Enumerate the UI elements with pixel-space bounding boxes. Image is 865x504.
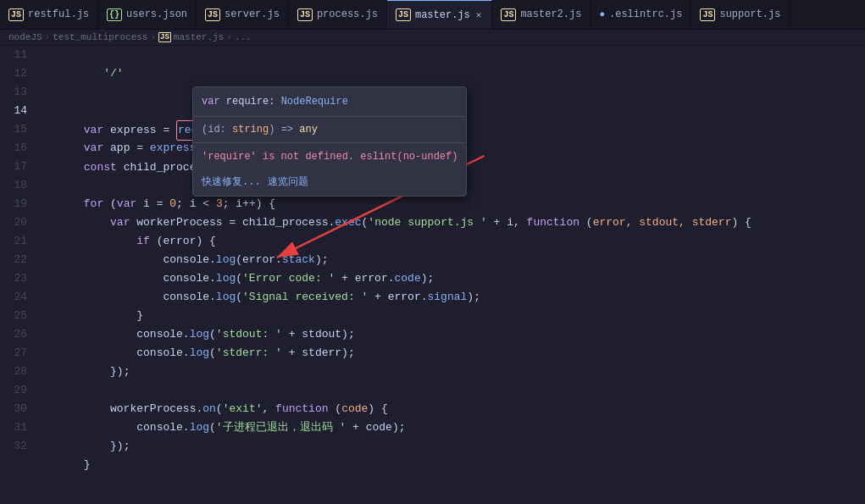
json-icon: {} <box>107 8 122 21</box>
code-line-11: '/' <box>44 46 865 64</box>
breadcrumb-sep: › <box>150 32 156 42</box>
tab-label: server.js <box>225 8 280 20</box>
tab-process[interactable]: JS process.js <box>289 0 387 29</box>
breadcrumb: nodeJS › test_multiprocess › JS master.j… <box>0 30 865 46</box>
tab-label: restful.js <box>28 8 89 20</box>
tab-restful[interactable]: JS restful.js <box>0 0 98 29</box>
code-line-20: if (error) { <box>44 213 865 232</box>
js-icon: JS <box>700 8 715 21</box>
tab-label: support.js <box>719 8 780 20</box>
code-line-23: console.log('Signal received: ' + error.… <box>44 269 865 288</box>
code-line-21: console.log(error.stack); <box>44 232 865 251</box>
code-line-26: console.log('stderr: ' + stderr); <box>44 325 865 344</box>
js-icon: JS <box>501 8 516 21</box>
code-line-28 <box>44 363 865 381</box>
code-line-12 <box>44 64 865 83</box>
breadcrumb-sep: › <box>226 32 232 42</box>
breadcrumb-sep: › <box>45 32 51 42</box>
tab-label: users.json <box>126 8 187 20</box>
breadcrumb-ellipsis: ... <box>235 32 252 42</box>
tab-bar: JS restful.js {} users.json JS server.js… <box>0 0 865 30</box>
line-numbers: 11 12 13 14 15 16 17 18 19 20 21 22 23 2… <box>0 46 36 501</box>
peek-problem-action[interactable]: 速览问题 <box>268 173 308 191</box>
breadcrumb-node: nodeJS <box>8 32 42 42</box>
tooltip-actions: 快速修复... 速览问题 <box>193 170 466 196</box>
tooltip-signature: (id: string) => any <box>193 117 466 142</box>
tab-master[interactable]: JS master.js ✕ <box>387 0 492 29</box>
code-line-22: console.log('Error code: ' + error.code)… <box>44 251 865 269</box>
tab-label: master.js <box>415 9 470 21</box>
code-line-31: }); <box>44 418 865 437</box>
breadcrumb-dir: test_multiprocess <box>53 32 147 42</box>
tooltip-type-line: var require: NodeRequire <box>193 87 466 117</box>
tab-server[interactable]: JS server.js <box>197 0 289 29</box>
tab-master2[interactable]: JS master2.js <box>492 0 591 29</box>
code-line-19: var workerProcess = child_process.exec('… <box>44 195 865 213</box>
code-area: 11 12 13 14 15 16 17 18 19 20 21 22 23 2… <box>0 46 865 501</box>
breadcrumb-file: master.js <box>174 32 224 42</box>
tooltip-popup: var require: NodeRequire (id: string) =>… <box>192 86 467 197</box>
tooltip-error: 'require' is not defined. eslint(no-unde… <box>193 142 466 170</box>
tab-eslintrc[interactable]: ● .eslintrc.js <box>591 0 691 29</box>
js-icon: JS <box>205 8 220 21</box>
code-line-30: console.log('子进程已退出，退出码 ' + code); <box>44 400 865 418</box>
tab-label: .eslintrc.js <box>609 8 682 20</box>
code-line-27: }); <box>44 344 865 363</box>
tab-users[interactable]: {} users.json <box>98 0 197 29</box>
code-line-29: workerProcess.on('exit', function (code)… <box>44 381 865 400</box>
tab-support[interactable]: JS support.js <box>691 0 790 29</box>
js-icon: JS <box>297 8 313 21</box>
error-text: 'require' is not defined. eslint(no-unde… <box>202 151 457 163</box>
code-line-32: } <box>44 437 865 456</box>
code-content: '/' var express = require('express'); va… <box>36 46 865 501</box>
code-line-25: console.log('stdout: ' + stdout); <box>44 307 865 325</box>
tab-label: process.js <box>317 8 378 20</box>
quick-fix-action[interactable]: 快速修复... <box>202 173 261 191</box>
close-icon[interactable]: ✕ <box>474 8 484 21</box>
tab-label: master2.js <box>520 8 581 20</box>
dot-icon: ● <box>599 9 605 19</box>
js-icon: JS <box>396 8 411 21</box>
code-line-24: } <box>44 288 865 307</box>
js-small-icon: JS <box>158 32 171 42</box>
js-icon: JS <box>8 8 24 21</box>
